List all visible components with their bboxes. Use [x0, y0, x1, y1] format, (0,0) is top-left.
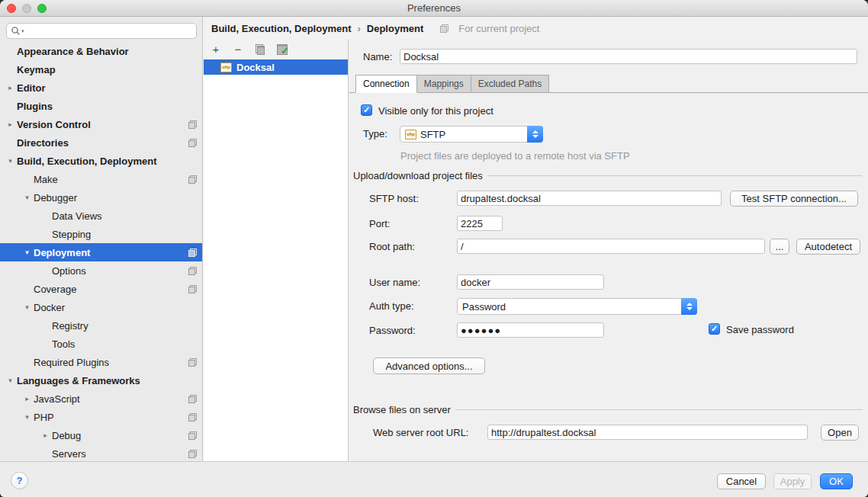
project-level-icon: [440, 24, 448, 33]
apply-button[interactable]: Apply: [773, 473, 812, 489]
type-label: Type:: [363, 128, 387, 139]
chevron-right-icon[interactable]: ▸: [6, 120, 14, 128]
tree-indent: [6, 139, 14, 146]
sidebar-item-label: Options: [52, 265, 86, 277]
tree-indent: [6, 66, 14, 73]
user-name-field[interactable]: [457, 274, 604, 290]
web-url-field[interactable]: [487, 425, 808, 440]
sidebar-item-php[interactable]: ▾PHP: [0, 408, 203, 426]
remove-server-button[interactable]: −: [232, 43, 244, 56]
sidebar-item-label: Directories: [17, 137, 69, 149]
tree-indent: [41, 450, 50, 457]
sidebar-item-deployment[interactable]: ▾Deployment: [0, 243, 203, 261]
sidebar-item-editor[interactable]: ▸Editor: [0, 79, 203, 97]
chevron-right-icon[interactable]: ▸: [6, 84, 14, 91]
sidebar-item-registry[interactable]: Registry: [0, 316, 203, 335]
sidebar-item-directories[interactable]: Directories: [0, 133, 203, 152]
cancel-button[interactable]: Cancel: [717, 473, 766, 489]
sidebar-item-options[interactable]: Options: [0, 261, 203, 280]
sidebar-item-label: Editor: [17, 82, 46, 94]
sidebar-item-label: Stepping: [52, 229, 91, 240]
port-field[interactable]: [457, 216, 503, 231]
copy-server-button[interactable]: [254, 43, 266, 56]
tree-indent: [41, 267, 50, 274]
sidebar-item-label: Data Views: [52, 210, 102, 222]
settings-sidebar: ▾ Appearance & Behavior Keymap▸Editor Pl…: [0, 17, 203, 461]
sidebar-item-servers[interactable]: Servers: [0, 444, 203, 461]
chevron-right-icon[interactable]: ▸: [41, 431, 50, 439]
add-server-button[interactable]: +: [210, 43, 222, 56]
autodetect-button[interactable]: Autodetect: [796, 239, 860, 255]
sidebar-item-keymap[interactable]: Keymap: [0, 60, 203, 79]
tree-indent: [41, 322, 50, 329]
sidebar-item-coverage[interactable]: Coverage: [0, 280, 203, 298]
sidebar-item-data-views[interactable]: Data Views: [0, 207, 203, 225]
password-field[interactable]: [457, 322, 604, 338]
sidebar-item-label: Appearance & Behavior: [17, 46, 129, 57]
help-button[interactable]: ?: [11, 472, 28, 489]
tab-connection[interactable]: Connection: [355, 75, 417, 93]
chevron-right-icon[interactable]: ▸: [23, 395, 31, 402]
chevron-down-icon[interactable]: ▾: [23, 413, 31, 421]
sidebar-item-label: Deployment: [34, 247, 90, 258]
auth-type-dropdown[interactable]: Password: [457, 298, 697, 315]
name-field[interactable]: [400, 49, 857, 64]
upload-section-header: Upload/download project files: [353, 170, 863, 181]
sidebar-item-label: Tools: [52, 338, 75, 350]
tree-indent: [41, 230, 50, 238]
tab-excluded-paths[interactable]: Excluded Paths: [471, 75, 549, 93]
visible-only-checkbox[interactable]: ✓: [361, 104, 372, 116]
sidebar-item-label: Docker: [34, 302, 65, 313]
breadcrumb: Build, Execution, Deployment › Deploymen…: [204, 17, 868, 40]
sftp-host-field[interactable]: [457, 191, 722, 206]
chevron-down-icon[interactable]: ▾: [6, 377, 14, 384]
sidebar-item-build-execution-deployment[interactable]: ▾Build, Execution, Deployment: [0, 152, 203, 170]
sidebar-item-required-plugins[interactable]: Required Plugins: [0, 353, 203, 371]
tree-indent: [23, 285, 31, 293]
sidebar-item-label: Required Plugins: [34, 357, 109, 368]
visible-only-label: Visible only for this project: [378, 105, 493, 117]
check-icon: ✓: [363, 106, 370, 114]
test-sftp-connection-button[interactable]: Test SFTP connection...: [730, 191, 858, 207]
sidebar-item-tools[interactable]: Tools: [0, 335, 203, 353]
sidebar-item-label: JavaScript: [34, 393, 80, 405]
project-level-icon: [188, 120, 197, 129]
ok-button[interactable]: OK: [820, 473, 853, 489]
sftp-file-icon: sftp: [405, 130, 416, 139]
type-dropdown[interactable]: sftp SFTP: [400, 126, 543, 143]
browse-root-path-button[interactable]: ...: [770, 239, 789, 255]
sidebar-item-debugger[interactable]: ▾Debugger: [0, 188, 203, 207]
open-url-button[interactable]: Open: [821, 425, 859, 441]
save-password-checkbox[interactable]: ✓: [709, 323, 720, 335]
search-input[interactable]: ▾: [6, 23, 197, 39]
tab-mappings[interactable]: Mappings: [417, 75, 471, 93]
root-path-field[interactable]: [457, 239, 765, 254]
settings-tree: Appearance & Behavior Keymap▸Editor Plug…: [0, 42, 202, 461]
upload-section-title: Upload/download project files: [353, 170, 483, 181]
sidebar-item-docker[interactable]: ▾Docker: [0, 298, 203, 316]
sidebar-item-label: Registry: [52, 320, 88, 332]
sidebar-item-version-control[interactable]: ▸Version Control: [0, 115, 203, 133]
server-list-item-docksal[interactable]: sftp Docksal: [204, 59, 348, 75]
sidebar-item-stepping[interactable]: Stepping: [0, 225, 203, 243]
sidebar-item-label: Version Control: [17, 119, 91, 130]
chevron-down-icon[interactable]: ▾: [23, 303, 31, 311]
chevron-down-icon[interactable]: ▾: [23, 248, 31, 256]
browse-section-title: Browse files on server: [353, 404, 451, 415]
title-bar: Preferences: [0, 0, 868, 17]
use-as-default-button[interactable]: ✓: [276, 43, 288, 56]
sidebar-item-debug[interactable]: ▸Debug: [0, 426, 203, 444]
sidebar-item-plugins[interactable]: Plugins: [0, 97, 203, 115]
search-options-caret-icon: ▾: [21, 28, 24, 34]
server-list-panel: + − ✓ sftp Docksal: [204, 40, 349, 461]
chevron-down-icon[interactable]: ▾: [23, 194, 31, 201]
sidebar-item-make[interactable]: Make: [0, 170, 203, 188]
sidebar-item-languages-frameworks[interactable]: ▾Languages & Frameworks: [0, 371, 203, 390]
preferences-window: Preferences ▾ Appearance & Behavior Keym…: [0, 0, 868, 497]
breadcrumb-parent[interactable]: Build, Execution, Deployment: [211, 23, 351, 34]
scope-label: For current project: [458, 23, 539, 34]
advanced-options-button[interactable]: Advanced options...: [373, 358, 485, 374]
sidebar-item-javascript[interactable]: ▸JavaScript: [0, 390, 203, 408]
sidebar-item-appearance-behavior[interactable]: Appearance & Behavior: [0, 42, 203, 60]
chevron-down-icon[interactable]: ▾: [6, 157, 14, 165]
